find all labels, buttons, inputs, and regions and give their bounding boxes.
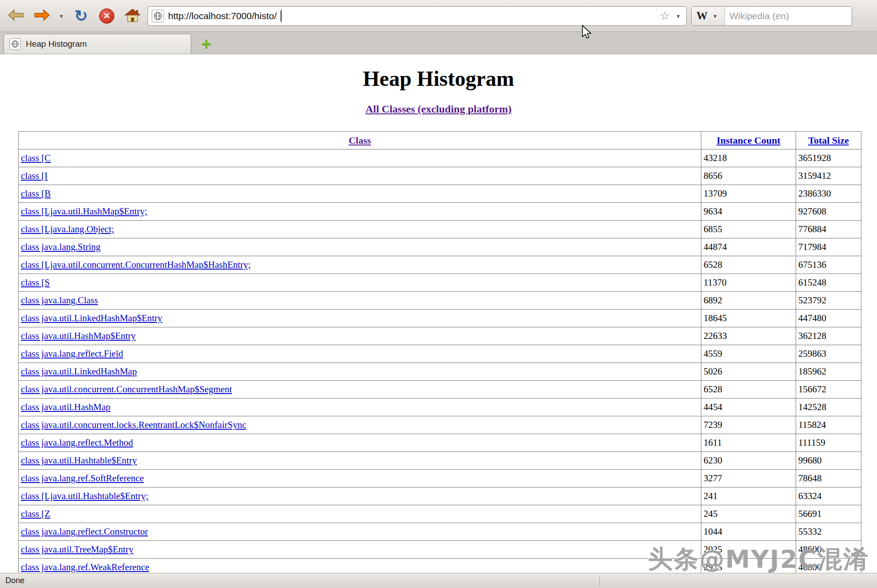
new-tab-button[interactable]: +: [197, 34, 215, 54]
forward-button[interactable]: [31, 4, 52, 28]
class-link[interactable]: class java.lang.ref.WeakReference: [21, 562, 149, 572]
class-cell: class java.lang.String: [19, 238, 701, 256]
search-input[interactable]: Wikipedia (en): [725, 11, 793, 21]
class-link[interactable]: class [Ljava.util.Hashtable$Entry;: [21, 491, 148, 501]
history-dropdown-icon[interactable]: ▾: [57, 12, 66, 20]
class-cell: class [Z: [19, 505, 701, 523]
class-link[interactable]: class java.util.HashMap: [21, 402, 110, 412]
class-cell: class java.util.concurrent.ConcurrentHas…: [19, 381, 701, 399]
total-size-cell: 927608: [796, 203, 861, 221]
total-size-cell: 56691: [796, 505, 861, 523]
table-row: class java.util.LinkedHashMap5026185962: [19, 363, 861, 381]
class-cell: class [S: [19, 274, 701, 292]
total-size-cell: 675136: [796, 256, 861, 274]
class-link[interactable]: class [B: [21, 188, 51, 199]
class-link[interactable]: class [S: [21, 277, 50, 288]
class-link[interactable]: class [Ljava.util.HashMap$Entry;: [21, 206, 147, 217]
instance-count-cell: 245: [701, 505, 796, 523]
class-link[interactable]: class java.util.LinkedHashMap$Entry: [21, 313, 162, 323]
total-size-cell: 523792: [796, 292, 861, 310]
bookmark-dropdown-icon[interactable]: ▾: [674, 12, 683, 20]
class-link[interactable]: class java.lang.Class: [21, 295, 98, 306]
all-classes-link[interactable]: All Classes (excluding platform): [366, 103, 512, 115]
tab-bar: Heap Histogram +: [0, 32, 877, 54]
total-size-cell: 55332: [796, 523, 861, 541]
instance-count-cell: 9634: [701, 203, 796, 221]
instance-count-cell: 6528: [701, 256, 796, 274]
table-row: class java.lang.ref.SoftReference3277786…: [19, 470, 861, 487]
table-row: class java.lang.reflect.Constructor10445…: [19, 523, 861, 541]
class-link[interactable]: class java.util.Hashtable$Entry: [21, 455, 137, 466]
class-link[interactable]: class java.lang.reflect.Method: [21, 437, 133, 448]
status-divider: [599, 576, 600, 586]
class-link[interactable]: class java.util.concurrent.ConcurrentHas…: [21, 384, 232, 395]
total-size-cell: 156672: [796, 381, 861, 399]
class-link[interactable]: class java.util.HashMap$Entry: [21, 330, 136, 341]
class-link[interactable]: class [Ljava.lang.Object;: [21, 224, 114, 234]
total-size-cell: 111159: [796, 434, 861, 452]
class-link[interactable]: class [Ljava.util.concurrent.ConcurrentH…: [21, 259, 251, 270]
class-cell: class java.util.HashMap$Entry: [19, 327, 701, 345]
reload-button[interactable]: ↻: [70, 4, 92, 28]
bookmark-star-icon[interactable]: ☆: [660, 10, 670, 21]
instance-count-cell: 2025: [701, 541, 796, 559]
class-cell: class java.lang.ref.SoftReference: [19, 470, 701, 487]
total-size-cell: 115824: [796, 416, 861, 434]
table-row: class [Ljava.lang.Object;6855776884: [19, 221, 861, 238]
instance-count-cell: 8656: [701, 167, 796, 185]
table-row: class [Ljava.util.HashMap$Entry;96349276…: [19, 203, 861, 221]
class-link[interactable]: class java.lang.String: [21, 242, 101, 252]
total-size-cell: 447480: [796, 310, 861, 327]
class-link[interactable]: class java.lang.reflect.Field: [21, 348, 123, 359]
total-size-column-header: Total Size: [796, 132, 861, 149]
class-link[interactable]: class [I: [21, 170, 48, 181]
search-engine-dropdown-icon[interactable]: ▾: [711, 12, 720, 20]
class-cell: class java.lang.reflect.Method: [19, 434, 701, 452]
total-size-cell: 3159412: [796, 167, 861, 185]
class-link[interactable]: class java.lang.ref.SoftReference: [21, 473, 144, 483]
class-header-link[interactable]: Class: [349, 135, 371, 146]
browser-toolbar: ▾ ↻ ✕: [0, 0, 877, 32]
instance-count-header-link[interactable]: Instance Count: [716, 135, 780, 146]
class-cell: class [Ljava.lang.Object;: [19, 221, 701, 238]
class-cell: class [Ljava.util.Hashtable$Entry;: [19, 487, 701, 505]
class-link[interactable]: class java.lang.reflect.Constructor: [21, 526, 148, 537]
class-cell: class [B: [19, 185, 701, 203]
search-engine-button[interactable]: W ▾: [692, 7, 725, 25]
home-button[interactable]: [122, 4, 143, 28]
url-input[interactable]: http://localhost:7000/histo/: [168, 11, 277, 21]
class-cell: class [Ljava.util.concurrent.ConcurrentH…: [19, 256, 701, 274]
class-cell: class java.lang.reflect.Constructor: [19, 523, 701, 541]
class-link[interactable]: class java.util.TreeMap$Entry: [21, 544, 133, 555]
table-row: class [Ljava.util.Hashtable$Entry;241633…: [19, 487, 861, 505]
url-bar[interactable]: http://localhost:7000/histo/ ☆ ▾: [148, 6, 687, 26]
table-row: class [Z24556691: [19, 505, 861, 523]
table-row: class java.lang.String44874717984: [19, 238, 861, 256]
table-row: class [Ljava.util.concurrent.ConcurrentH…: [19, 256, 861, 274]
instance-count-cell: 4454: [701, 399, 796, 416]
class-link[interactable]: class java.util.concurrent.locks.Reentra…: [21, 419, 246, 430]
instance-count-cell: 7239: [701, 416, 796, 434]
page-favicon-icon: [152, 10, 164, 22]
table-row: class java.util.LinkedHashMap$Entry18645…: [19, 310, 861, 327]
class-link[interactable]: class [Z: [21, 508, 50, 519]
back-button[interactable]: [5, 4, 27, 28]
class-cell: class java.lang.ref.WeakReference: [19, 559, 701, 573]
search-box[interactable]: W ▾ Wikipedia (en): [691, 6, 852, 26]
tab-heap-histogram[interactable]: Heap Histogram: [4, 34, 191, 54]
instance-count-cell: 4559: [701, 345, 796, 363]
instance-count-cell: 1044: [701, 523, 796, 541]
total-size-cell: 48600: [796, 541, 861, 559]
instance-count-cell: 43218: [701, 149, 796, 167]
stop-button[interactable]: ✕: [96, 4, 117, 28]
total-size-header-link[interactable]: Total Size: [808, 135, 849, 146]
class-cell: class [I: [19, 167, 701, 185]
instance-count-cell: 5026: [701, 363, 796, 381]
class-cell: class java.lang.Class: [19, 292, 701, 310]
instance-count-cell: 1611: [701, 434, 796, 452]
class-link[interactable]: class java.util.LinkedHashMap: [21, 366, 137, 377]
class-link[interactable]: class [C: [21, 153, 51, 163]
total-size-cell: 99680: [796, 452, 861, 470]
table-row: class java.lang.Class6892523792: [19, 292, 861, 310]
stop-icon: ✕: [99, 8, 114, 24]
